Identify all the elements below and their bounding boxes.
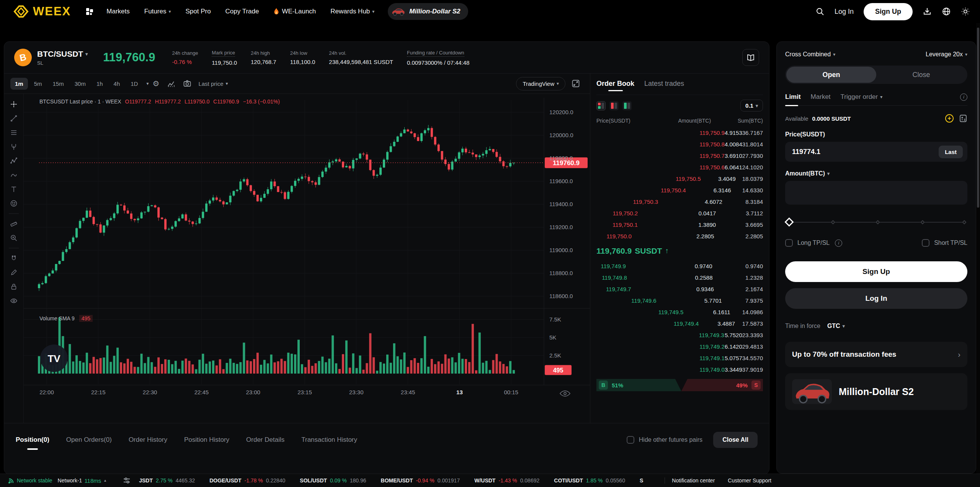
measure-ruler-icon[interactable] (10, 220, 18, 228)
tab-latest-trades[interactable]: Latest trades (644, 80, 684, 91)
zoom-in-icon[interactable] (10, 234, 18, 242)
checkbox[interactable] (785, 239, 793, 247)
ticker-jsdt[interactable]: JSDT2.75 %4465.32 (139, 477, 195, 484)
ticker-coti-usdt[interactable]: COTI/USDT1.85 %0.05560 (554, 477, 625, 484)
ask-row[interactable]: 119,750.84.008431.8014 (596, 138, 763, 150)
view-mode-asks-icon[interactable] (609, 101, 619, 110)
calculator-icon[interactable] (959, 114, 967, 123)
ask-row[interactable]: 119,750.94.915336.7167 (596, 127, 763, 138)
slider-stop-25[interactable] (831, 220, 835, 224)
ask-row[interactable]: 119,750.73.691027.7930 (596, 150, 763, 161)
bid-row[interactable]: 119,749.15.075734.5570 (596, 352, 763, 364)
amount-slider[interactable] (787, 218, 966, 226)
weex-logo[interactable]: WEEX (13, 5, 71, 18)
scrollbar-thumb[interactable] (977, 28, 979, 208)
view-mode-bids-icon[interactable] (622, 101, 632, 110)
info-icon[interactable]: i (835, 239, 842, 247)
signup-button[interactable]: Sign Up (864, 3, 913, 20)
slider-handle[interactable] (784, 217, 794, 226)
guide-book-button[interactable] (742, 49, 759, 66)
camera-snapshot-icon[interactable] (183, 79, 191, 88)
pencil-icon[interactable] (10, 268, 18, 277)
tab-position-history[interactable]: Position History (184, 433, 229, 447)
customer-support-link[interactable]: Customer Support (728, 477, 771, 484)
timeframe-15m[interactable]: 15m (48, 78, 69, 90)
timeframe-chevron-icon[interactable]: ▾ (146, 81, 149, 86)
precision-dropdown[interactable]: 0.1 ▾ (740, 100, 763, 112)
bid-row[interactable]: 119,749.80.25881.2328 (596, 272, 763, 283)
nav-item-markets[interactable]: Markets (106, 8, 129, 15)
brush-curve-icon[interactable] (10, 171, 18, 179)
tab-open-orders-0-[interactable]: Open Orders(0) (66, 433, 112, 447)
nav-item-spot-pro[interactable]: Spot Pro (185, 8, 211, 15)
nav-item-rewards-hub[interactable]: Rewards Hub▾ (330, 8, 374, 15)
crosshair-icon[interactable] (10, 100, 18, 108)
notification-center-link[interactable]: Notification center (672, 477, 715, 484)
ask-row[interactable]: 119,750.02.28052.2805 (596, 230, 763, 242)
long-tpsl-toggle[interactable]: Long TP/SL i (785, 239, 842, 247)
network-selector[interactable]: Network-1 118ms ▲ (58, 477, 107, 484)
ticker-s[interactable]: S (640, 477, 643, 484)
tab-order-history[interactable]: Order History (129, 433, 167, 447)
tab-order-details[interactable]: Order Details (246, 433, 284, 447)
eye-icon[interactable] (10, 297, 18, 305)
panel-login-button[interactable]: Log In (785, 288, 967, 309)
tab-close[interactable]: Close (876, 67, 966, 83)
panel-signup-button[interactable]: Sign Up (785, 261, 967, 282)
checkbox[interactable] (627, 436, 634, 444)
close-all-button[interactable]: Close All (713, 432, 758, 448)
search-icon[interactable] (815, 7, 825, 16)
bid-row[interactable]: 119,749.56.161114.0986 (596, 306, 763, 318)
download-icon[interactable] (923, 7, 932, 16)
network-status[interactable]: Network stable (8, 477, 52, 484)
ask-row[interactable]: 119,750.66.064124.1020 (596, 161, 763, 173)
tab-open[interactable]: Open (786, 67, 876, 83)
last-price-chip[interactable]: Last (939, 146, 963, 158)
bid-row[interactable]: 119,749.03.344937.9019 (596, 364, 763, 375)
trend-line-icon[interactable] (10, 114, 18, 123)
leverage-dropdown[interactable]: Leverage 20x ▾ (926, 51, 967, 58)
indicators-icon[interactable] (167, 79, 175, 88)
language-globe-icon[interactable] (942, 7, 951, 16)
nav-item-futures[interactable]: Futures▾ (144, 8, 171, 15)
tab-order-book[interactable]: Order Book (596, 80, 634, 91)
timeframe-1D[interactable]: 1D (126, 78, 142, 90)
ask-row[interactable]: 119,750.20.04173.7112 (596, 207, 763, 219)
deposit-plus-icon[interactable]: + (945, 114, 954, 123)
ticker-w-usdt[interactable]: W/USDT-1.43 %0.08692 (474, 477, 539, 484)
million-dollar-card[interactable]: Million-Dollar S2 (785, 373, 967, 410)
ticker-bome-usdt[interactable]: BOME/USDT-0.94 %0.001917 (381, 477, 460, 484)
bid-row[interactable]: 119,749.43.488717.5873 (596, 318, 763, 329)
slider-stop-50[interactable] (875, 220, 880, 224)
price-input[interactable]: 119774.1 Last (785, 142, 967, 162)
price-source-dropdown[interactable]: Last price ▾ (198, 80, 228, 87)
pair-selector[interactable]: BTC/SUSDT ▾ (37, 49, 88, 59)
short-tpsl-toggle[interactable]: Short TP/SL (922, 239, 967, 247)
info-icon[interactable]: i (960, 93, 967, 101)
slider-stop-100[interactable] (962, 220, 966, 224)
fullscreen-expand-icon[interactable] (572, 79, 580, 88)
nav-item-copy-trade[interactable]: Copy Trade (225, 8, 259, 15)
theme-sun-icon[interactable] (961, 7, 970, 16)
login-link[interactable]: Log In (835, 8, 854, 16)
bid-row[interactable]: 119,749.26.142029.4813 (596, 341, 763, 352)
bid-row[interactable]: 119,749.70.93462.1674 (596, 283, 763, 295)
candlestick-canvas[interactable]: TV119760.9120200.0120000.0119800.0119600… (4, 94, 590, 423)
timeframe-5m[interactable]: 5m (29, 78, 47, 90)
tab-position-0-[interactable]: Position(0) (16, 433, 49, 447)
amount-input[interactable] (785, 181, 967, 205)
ticker-doge-usdt[interactable]: DOGE/USDT-1.78 %0.22840 (209, 477, 285, 484)
checkbox[interactable] (922, 239, 929, 247)
slider-stop-75[interactable] (920, 220, 924, 224)
price-chart[interactable]: BTCSUSDT Last price · 1 · WEEX O119777.2… (4, 94, 590, 423)
ask-row[interactable]: 119,750.46.314614.6330 (596, 184, 763, 196)
pitchfork-icon[interactable] (10, 143, 18, 151)
margin-mode-dropdown[interactable]: Cross Combined ▾ (785, 51, 835, 58)
mid-price-row[interactable]: 119,760.9 SUSDT ↑ (596, 242, 763, 260)
ask-row[interactable]: 119,750.53.404918.0379 (596, 173, 763, 184)
pattern-icon[interactable] (10, 157, 18, 165)
text-tool-icon[interactable] (10, 185, 18, 193)
chart-settings-gear-icon[interactable]: ⚙ (153, 79, 160, 88)
million-dollar-pill[interactable]: Million-Dollar S2 (388, 3, 468, 20)
timeframe-30m[interactable]: 30m (70, 78, 90, 90)
